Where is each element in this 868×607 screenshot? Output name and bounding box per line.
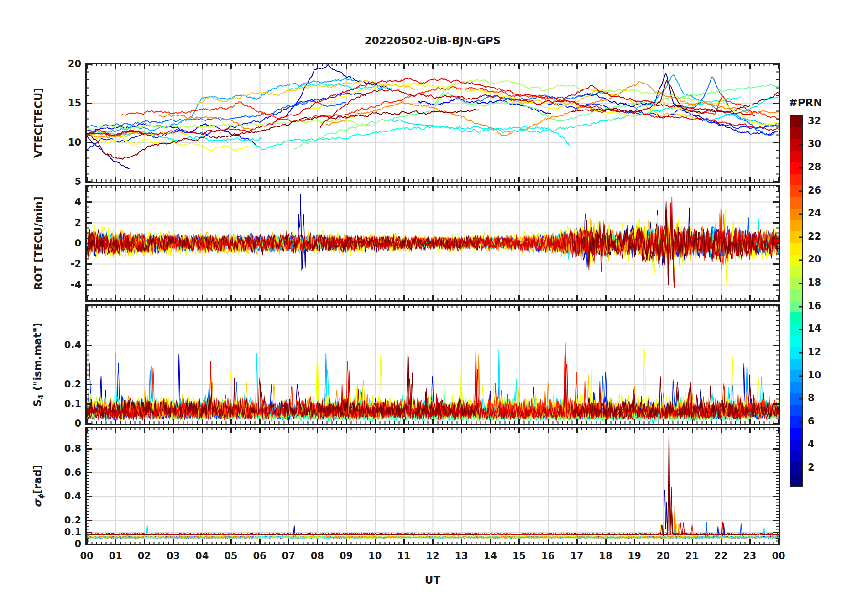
colorbar-block (790, 312, 802, 324)
x-tick-label: 18 (599, 550, 612, 561)
colorbar-title: #PRN (789, 97, 822, 109)
x-tick-label: 04 (195, 550, 209, 561)
vtec-canvas (87, 64, 779, 182)
colorbar-tick (799, 121, 802, 122)
rot-panel (85, 185, 780, 302)
figure-canvas: 20220502-UiB-BJN-GPS VTEC[TECU]ROT [TECU… (0, 0, 868, 607)
x-tick-label: 20 (657, 550, 670, 561)
colorbar-block (790, 335, 802, 347)
y-tick-label: -4 (71, 279, 81, 290)
prn-colorbar (790, 115, 803, 487)
x-tick-label: 21 (685, 550, 699, 561)
colorbar-tick (799, 283, 802, 284)
vtec-axis-label: VTEC[TECU] (32, 88, 44, 158)
colorbar-block (790, 174, 802, 186)
colorbar-tick-label: 16 (808, 300, 821, 311)
x-tick-label: 08 (311, 550, 324, 561)
y-tick-label: 0.6 (64, 467, 81, 478)
y-tick-label: 2 (74, 217, 81, 228)
rot-axis-label: ROT [TECU/min] (32, 196, 44, 290)
colorbar-tick (799, 329, 802, 330)
colorbar-block (790, 428, 802, 440)
x-tick-label: 11 (397, 550, 410, 561)
colorbar-block (790, 405, 802, 417)
colorbar-block (790, 243, 802, 255)
y-tick-label: 0.2 (64, 379, 81, 390)
y-tick-label: 20 (68, 58, 81, 69)
x-axis-label: UT (425, 574, 440, 586)
colorbar-tick-label: 4 (808, 439, 815, 450)
colorbar-tick-label: 26 (808, 185, 821, 196)
s4-canvas (87, 306, 779, 424)
y-tick-label: 10 (68, 137, 81, 148)
x-tick-label: 02 (138, 550, 151, 561)
colorbar-block (790, 382, 802, 393)
y-tick-label: 0.2 (64, 515, 81, 526)
colorbar-block (790, 151, 802, 162)
colorbar-tick (799, 214, 802, 215)
colorbar-tick-label: 20 (808, 254, 821, 265)
y-tick-label: 15 (68, 98, 81, 109)
s4-axis-label: S4 ("ism.mat") (31, 323, 46, 407)
x-tick-label: 09 (340, 550, 353, 561)
colorbar-tick (799, 306, 802, 307)
sigma_phi-axis-label: σϕ[rad] (31, 465, 46, 508)
colorbar-tick-label: 6 (808, 416, 815, 427)
colorbar-tick (799, 236, 802, 238)
colorbar-tick (799, 421, 802, 423)
y-tick-label: 4 (74, 196, 81, 207)
x-tick-label: 00 (80, 550, 93, 561)
y-tick-label: 5 (74, 176, 81, 187)
colorbar-tick-label: 2 (808, 462, 815, 473)
rot-canvas (87, 186, 779, 300)
colorbar-tick-label: 30 (808, 138, 821, 149)
colorbar-tick (799, 468, 802, 469)
colorbar-tick (799, 167, 802, 168)
y-tick-label: 0.8 (64, 443, 81, 454)
colorbar-tick (799, 375, 802, 377)
sigma-phi-panel (85, 427, 780, 545)
x-tick-label: 16 (541, 550, 554, 561)
x-tick-label: 10 (368, 550, 382, 561)
x-tick-label: 14 (484, 550, 497, 561)
colorbar-tick-label: 18 (808, 277, 821, 288)
colorbar-block (790, 359, 802, 371)
y-tick-label: -2 (71, 258, 81, 269)
colorbar-tick (799, 190, 802, 192)
x-tick-label: 00 (772, 550, 785, 561)
colorbar-block (790, 289, 802, 301)
x-tick-label: 13 (455, 550, 468, 561)
colorbar-tick (799, 398, 802, 400)
y-tick-label: 0 (74, 238, 81, 249)
x-tick-label: 07 (282, 550, 295, 561)
y-tick-label: 0.4 (64, 340, 81, 351)
colorbar-tick (799, 144, 802, 146)
s4-panel (85, 304, 780, 425)
y-tick-label: 0.1 (64, 527, 81, 538)
x-tick-label: 03 (167, 550, 180, 561)
colorbar-tick-label: 32 (808, 115, 821, 126)
sigma-phi-canvas (87, 428, 779, 544)
colorbar-tick (799, 260, 802, 261)
colorbar-tick-label: 28 (808, 162, 821, 173)
x-tick-label: 05 (224, 550, 237, 561)
x-tick-label: 23 (743, 550, 756, 561)
colorbar-block (790, 474, 802, 486)
colorbar-tick-label: 14 (808, 323, 821, 334)
x-tick-label: 22 (714, 550, 727, 561)
colorbar-block (790, 266, 802, 278)
colorbar-tick-label: 12 (808, 346, 821, 357)
y-tick-label: 0 (74, 418, 81, 429)
chart-title: 20220502-UiB-BJN-GPS (365, 35, 501, 47)
colorbar-tick (799, 445, 802, 446)
colorbar-tick-label: 22 (808, 231, 821, 242)
y-tick-label: 0.1 (64, 398, 81, 409)
x-tick-label: 12 (426, 550, 439, 561)
x-tick-label: 19 (628, 550, 641, 561)
colorbar-block (790, 127, 802, 139)
colorbar-block (790, 451, 802, 463)
y-tick-label: 0.4 (64, 491, 81, 502)
colorbar-tick-label: 24 (808, 208, 821, 219)
colorbar-tick-label: 8 (808, 392, 815, 403)
colorbar-tick (799, 352, 802, 353)
